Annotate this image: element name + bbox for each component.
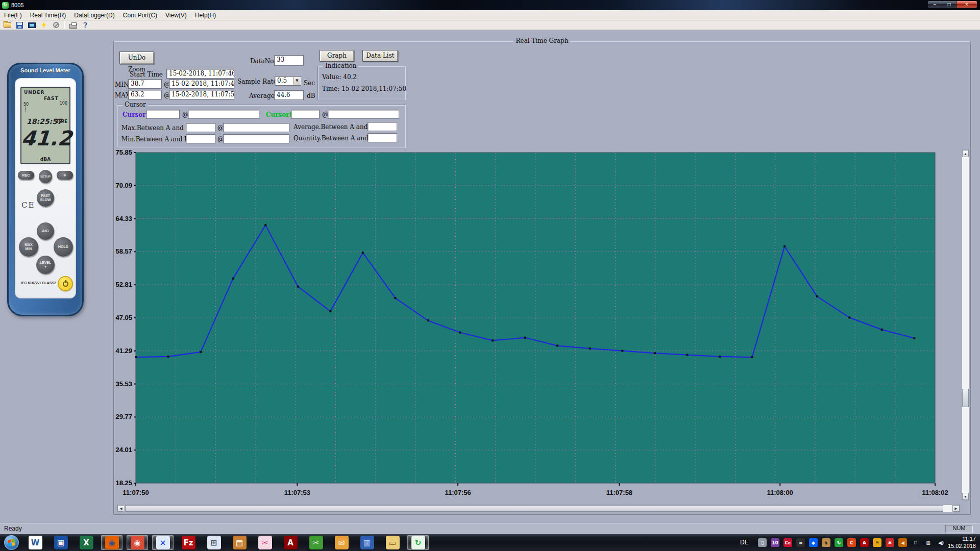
- snipping-icon[interactable]: ✂: [254, 535, 276, 550]
- menu-item-real-time[interactable]: Real Time(R): [26, 11, 70, 20]
- outlook-icon[interactable]: ✉: [331, 535, 352, 550]
- scroll-down-arrow[interactable]: ▼: [962, 493, 969, 500]
- cursor-b-value-field[interactable]: [291, 110, 320, 119]
- cursor-a-value-field[interactable]: [146, 110, 180, 119]
- avg-between-label: Average.Between A and B: [293, 123, 374, 131]
- data-point-marker: [783, 245, 786, 247]
- dropbox-icon[interactable]: ◆: [809, 538, 818, 547]
- taskbar-clock[interactable]: 11:17 15.02.2018: [948, 535, 976, 549]
- max-between-time-field[interactable]: [223, 123, 289, 132]
- real-time-chart[interactable]: 75.8570.0964.3358.5752.8147.0541.2935.53…: [115, 148, 958, 506]
- data-point-marker: [816, 295, 818, 297]
- minimize-button[interactable]: −: [927, 1, 942, 8]
- calculator-icon[interactable]: ⊞: [203, 535, 225, 550]
- graph-button[interactable]: Graph: [320, 50, 354, 62]
- menu-item-view[interactable]: View(V): [161, 11, 191, 20]
- data-list-button[interactable]: Data List: [362, 50, 398, 62]
- meter-app-icon[interactable]: ×: [152, 535, 174, 550]
- acrobat-tray-icon[interactable]: A: [860, 538, 869, 547]
- indication-value: Value: 40.2: [322, 73, 357, 81]
- explorer-icon[interactable]: ▭: [382, 535, 403, 550]
- creative-cloud-icon[interactable]: ∞: [796, 538, 805, 547]
- max-between-field[interactable]: [186, 123, 215, 132]
- volume-mixer-icon[interactable]: ◀: [898, 538, 907, 547]
- start-time-field[interactable]: 15-02-2018, 11:07:46: [166, 69, 234, 79]
- sample-rate-combo[interactable]: 0.5 ▼: [275, 76, 301, 86]
- win10-icon[interactable]: 10: [771, 538, 779, 547]
- menu-item-com-port[interactable]: Com Port(C): [119, 11, 161, 20]
- avg-between-field[interactable]: [368, 122, 397, 131]
- adobe-cc-icon[interactable]: Cc: [783, 538, 792, 547]
- remote-pc-icon-glyph: ▥: [360, 536, 374, 549]
- max-min-button[interactable]: MAXMIN: [19, 237, 38, 257]
- max-time-field[interactable]: 15-02-2018, 11:07:52: [169, 90, 234, 99]
- disconnect-icon[interactable]: [51, 21, 61, 29]
- datano-field[interactable]: 33: [274, 55, 304, 66]
- firefox-icon-glyph: ◉: [105, 536, 119, 549]
- min-between-field[interactable]: [186, 134, 215, 143]
- start-button[interactable]: [4, 535, 19, 550]
- excel-icon[interactable]: X: [76, 535, 97, 550]
- min-between-time-field[interactable]: [223, 134, 289, 143]
- fast-slow-button[interactable]: FASTSLOW: [37, 189, 54, 207]
- language-indicator[interactable]: DE: [740, 539, 749, 546]
- average-label: Average: [249, 92, 275, 99]
- action-center-icon[interactable]: ⚐: [911, 538, 920, 547]
- min-value-field[interactable]: 38.7: [128, 79, 162, 89]
- menu-item-datalogger[interactable]: DataLogger(D): [70, 11, 118, 20]
- y-tick-label: 24.01: [115, 446, 132, 454]
- undo-zoom-button[interactable]: UnDo Zoom: [119, 52, 154, 64]
- save-icon[interactable]: [14, 21, 24, 29]
- greenshot-icon[interactable]: ✂: [305, 535, 327, 550]
- power-button[interactable]: [59, 277, 72, 290]
- windvd-icon-glyph: ▣: [54, 536, 68, 549]
- setup-button[interactable]: SETUP: [39, 170, 52, 183]
- chrome-icon[interactable]: ◉: [127, 535, 148, 550]
- horizontal-scroll-thumb[interactable]: [125, 505, 943, 512]
- rec-button[interactable]: REC: [18, 171, 34, 180]
- sync-icon[interactable]: ↻: [835, 538, 843, 547]
- recycle-app-icon[interactable]: ↻: [407, 535, 429, 550]
- alert-icon[interactable]: ✱: [886, 538, 894, 547]
- moviemaker-icon[interactable]: ▤: [229, 535, 250, 550]
- close-button[interactable]: ×: [956, 1, 977, 8]
- speaker-icon[interactable]: ◀): [937, 538, 945, 547]
- connect-lightning-icon[interactable]: [39, 21, 49, 29]
- combo-dropdown-arrow[interactable]: ▼: [293, 77, 300, 85]
- export-screen-icon[interactable]: [27, 21, 37, 29]
- scroll-left-arrow[interactable]: ◀: [117, 505, 125, 512]
- filezilla-icon[interactable]: Fz: [178, 535, 199, 550]
- scroll-up-arrow[interactable]: ▲: [962, 150, 969, 157]
- word-icon[interactable]: W: [24, 535, 46, 550]
- vertical-scroll-thumb[interactable]: [962, 389, 969, 407]
- open-file-icon[interactable]: [2, 21, 12, 29]
- menu-item-file[interactable]: File(F): [0, 11, 26, 20]
- network-icon[interactable]: ▥: [924, 538, 933, 547]
- cursor-b-time-field[interactable]: [328, 110, 399, 119]
- ac-weighting-button[interactable]: A/C: [37, 222, 54, 240]
- mailbird-icon[interactable]: ♞: [822, 538, 830, 547]
- help-icon[interactable]: ?: [80, 21, 90, 29]
- remote-pc-icon[interactable]: ▥: [356, 535, 378, 550]
- windvd-icon[interactable]: ▣: [50, 535, 71, 550]
- print-icon[interactable]: [68, 21, 78, 29]
- firefox-icon[interactable]: ◉: [101, 535, 122, 550]
- maximize-button[interactable]: □: [942, 1, 956, 8]
- backup-icon[interactable]: ⚑: [873, 538, 881, 547]
- hold-button[interactable]: HOLD: [54, 237, 73, 257]
- level-button[interactable]: LEVEL▼: [36, 256, 55, 274]
- x-tick-label: 11:08:00: [767, 489, 793, 496]
- average-field[interactable]: 44.6: [274, 90, 304, 100]
- cursor-a-time-field[interactable]: [188, 110, 259, 119]
- backlight-button[interactable]: ☀: [57, 171, 73, 180]
- menu-item-help[interactable]: Help(H): [191, 11, 220, 20]
- vertical-scrollbar[interactable]: ▲ ▼: [962, 149, 969, 500]
- ccleaner-icon[interactable]: C: [847, 538, 856, 547]
- qty-between-field[interactable]: [368, 133, 397, 142]
- max-value-field[interactable]: 63.2: [128, 90, 162, 99]
- acrobat-icon[interactable]: A: [280, 535, 301, 550]
- horizontal-scrollbar[interactable]: ◀ ▶: [117, 505, 960, 512]
- usb-icon[interactable]: ▯: [758, 538, 767, 547]
- min-time-field[interactable]: 15-02-2018, 11:07:46: [169, 79, 234, 89]
- scroll-right-arrow[interactable]: ▶: [952, 505, 960, 512]
